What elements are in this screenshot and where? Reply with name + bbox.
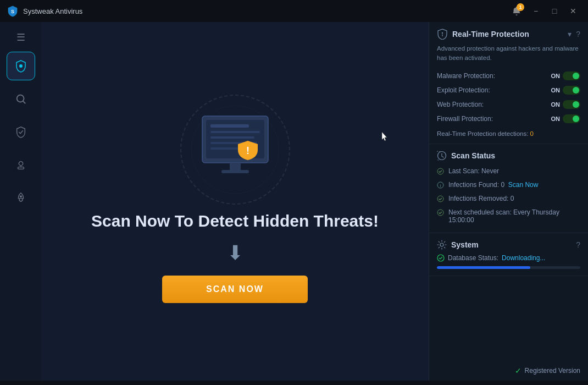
sidebar: ☰ [0,22,41,381]
firewall-toggle-dot [563,114,580,123]
close-button[interactable]: ✕ [565,4,581,18]
svg-point-5 [20,196,21,197]
minimize-button[interactable]: − [528,4,544,18]
svg-point-19 [437,168,443,174]
main-container: ☰ [0,22,588,381]
registered-check-icon: ✓ [515,366,522,375]
svg-point-23 [437,210,443,216]
sidebar-item-security[interactable] [7,151,35,179]
app-logo-icon: S [7,5,19,17]
svg-point-25 [437,255,444,261]
next-scan-row: Next scheduled scan: Every Thursday 15:0… [437,206,580,226]
svg-text:S: S [11,9,14,14]
firewall-toggle[interactable]: ON [551,114,581,123]
malware-label: Malware Protection: [437,72,495,80]
web-toggle[interactable]: ON [551,100,581,109]
rtp-help-icon[interactable]: ? [576,30,580,38]
notification-icon[interactable]: 1 [508,2,525,20]
web-toggle-dot [563,100,580,109]
sidebar-item-search[interactable] [7,85,35,113]
scan-now-button[interactable]: SCAN NOW [162,276,308,303]
main-panel: ! Scan Now To Detect Hidden Threats! ⬇ S… [41,22,429,381]
sidebar-item-checkshield[interactable] [7,118,35,146]
svg-rect-10 [210,136,254,139]
rtp-header: Real-Time Protection ▾ ? [437,29,580,40]
malware-toggle-dot [563,72,580,80]
title-bar: S Systweak Antivirus 1 − □ ✕ [0,0,588,22]
svg-rect-9 [210,131,260,133]
shield-info-icon [437,29,448,40]
right-footer: ✓ Registered Version [429,361,588,381]
rtp-title-group: Real-Time Protection [437,29,529,40]
infections-removed-row: Infections Removed: 0 [437,193,580,206]
bottom-bar [0,381,588,385]
scan-status-section: Scan Status Last Scan: Never [429,144,588,233]
last-scan-check-icon [437,168,444,177]
last-scan-row: Last Scan: Never [437,165,580,179]
rtp-expand-icon[interactable]: ▾ [568,30,572,38]
svg-rect-13 [230,163,241,171]
rtp-title: Real-Time Protection [452,30,529,38]
app-logo: S Systweak Antivirus [7,5,508,17]
rtp-description: Advanced protection against hackers and … [437,44,580,63]
db-status-label: Database Status: [448,254,498,262]
web-protection-row: Web Protection: ON [437,97,580,112]
system-title: System [451,240,479,249]
svg-text:i: i [440,183,441,188]
real-time-protection-section: Real-Time Protection ▾ ? Advanced protec… [429,22,588,144]
scan-status-title: Scan Status [451,151,495,160]
exploit-toggle-dot [563,86,580,95]
shield-active-icon [14,59,27,73]
svg-point-22 [437,196,443,202]
infections-found-icon: i [437,182,444,190]
infections-removed-text: Infections Removed: 0 [448,195,514,202]
svg-point-1 [19,64,23,68]
detections-count: 0 [530,130,534,137]
exploit-label: Exploit Protection: [437,86,490,94]
sidebar-item-boost[interactable] [7,184,35,212]
system-icon [437,240,447,250]
system-header: System ? [437,240,580,250]
search-icon [15,93,27,105]
scan-now-link[interactable]: Scan Now [508,181,539,189]
window-controls: 1 − □ ✕ [508,2,581,20]
registered-label: Registered Version [525,367,580,375]
system-help-icon[interactable]: ? [576,240,580,249]
notification-badge: 1 [517,3,524,11]
svg-line-3 [23,101,25,103]
malware-toggle[interactable]: ON [551,72,581,80]
sidebar-menu-toggle[interactable]: ☰ [10,28,32,47]
arrow-down-icon: ⬇ [227,241,243,265]
next-scan-text: Next scheduled scan: Every Thursday 15:0… [448,208,580,224]
svg-point-2 [16,95,24,102]
check-shield-icon [15,126,27,138]
app-title: Systweak Antivirus [23,7,82,15]
svg-rect-14 [221,170,249,173]
sidebar-item-shield[interactable] [7,52,35,80]
exploit-protection-row: Exploit Protection: ON [437,83,580,97]
monitor-illustration: ! [175,100,296,199]
detections-row: Real-Time Protection detections: 0 [437,126,580,137]
cursor-indicator [382,132,389,142]
db-check-icon [437,254,445,262]
infections-removed-icon [437,195,444,204]
monitor-svg: ! [194,113,276,179]
spacer [429,276,588,361]
firewall-protection-row: Firewall Protection: ON [437,112,580,126]
scan-headline: Scan Now To Detect Hidden Threats! [91,210,379,232]
web-label: Web Protection: [437,101,484,108]
infections-found-row: i Infections Found: 0 Scan Now [437,179,580,193]
system-title-group: System [437,240,479,250]
right-panel: Real-Time Protection ▾ ? Advanced protec… [429,22,588,381]
scan-status-icon [437,151,447,161]
db-status-value: Downloading... [502,254,545,262]
content-area: ! Scan Now To Detect Hidden Threats! ⬇ S… [41,22,588,381]
rocket-icon [15,192,27,204]
maximize-button[interactable]: □ [546,4,563,18]
firewall-label: Firewall Protection: [437,115,493,123]
system-section: System ? Database Status: Downloading... [429,233,588,276]
scan-title-group: Scan Status [437,151,495,161]
security-icon [15,159,27,171]
exploit-toggle[interactable]: ON [551,86,581,95]
infections-found-text: Infections Found: 0 Scan Now [448,181,538,189]
